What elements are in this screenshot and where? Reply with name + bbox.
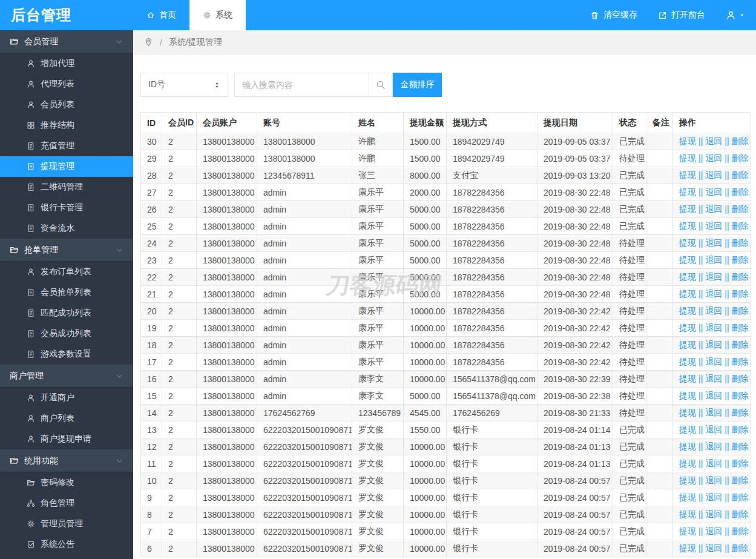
op-return-link[interactable]: 退回 bbox=[705, 391, 722, 400]
amount-sort-button[interactable]: 金额排序 bbox=[393, 73, 442, 97]
op-return-link[interactable]: 退回 bbox=[705, 357, 722, 366]
op-delete-link[interactable]: 删除 bbox=[732, 289, 749, 299]
op-delete-link[interactable]: 删除 bbox=[732, 238, 749, 248]
op-return-link[interactable]: 退回 bbox=[705, 204, 722, 214]
op-delete-link[interactable]: 删除 bbox=[732, 391, 749, 400]
sidebar-item-add-agent[interactable]: 增加代理 bbox=[0, 53, 133, 74]
op-delete-link[interactable]: 删除 bbox=[732, 374, 749, 383]
search-button[interactable] bbox=[369, 73, 393, 97]
op-return-link[interactable]: 退回 bbox=[705, 238, 722, 248]
op-delete-link[interactable]: 删除 bbox=[732, 170, 749, 180]
op-withdraw-link[interactable]: 提现 bbox=[679, 136, 696, 146]
sidebar-item-merchant-list[interactable]: 商户列表 bbox=[0, 408, 133, 429]
op-delete-link[interactable]: 删除 bbox=[732, 458, 749, 468]
op-withdraw-link[interactable]: 提现 bbox=[679, 306, 696, 316]
op-delete-link[interactable]: 删除 bbox=[732, 442, 749, 451]
sidebar-item-role-management[interactable]: 角色管理 bbox=[0, 493, 133, 514]
op-withdraw-link[interactable]: 提现 bbox=[679, 492, 696, 502]
sidebar-item-match-success-list[interactable]: 匹配成功列表 bbox=[0, 303, 133, 323]
op-return-link[interactable]: 退回 bbox=[705, 306, 722, 316]
sidebar-item-change-password[interactable]: 密码修改 bbox=[0, 472, 133, 493]
sidebar-item-qrcode-management[interactable]: 二维码管理 bbox=[0, 177, 133, 197]
op-delete-link[interactable]: 删除 bbox=[732, 187, 749, 197]
op-withdraw-link[interactable]: 提现 bbox=[679, 374, 696, 383]
op-return-link[interactable]: 退回 bbox=[705, 475, 722, 485]
op-return-link[interactable]: 退回 bbox=[705, 255, 722, 265]
sidebar-item-referral-structure[interactable]: 推荐结构 bbox=[0, 115, 133, 136]
op-return-link[interactable]: 退回 bbox=[705, 153, 722, 163]
op-return-link[interactable]: 退回 bbox=[705, 492, 722, 502]
op-return-link[interactable]: 退回 bbox=[705, 170, 722, 180]
op-return-link[interactable]: 退回 bbox=[705, 289, 722, 299]
op-withdraw-link[interactable]: 提现 bbox=[679, 475, 696, 485]
op-delete-link[interactable]: 删除 bbox=[732, 509, 749, 519]
op-delete-link[interactable]: 删除 bbox=[732, 526, 749, 536]
op-return-link[interactable]: 退回 bbox=[705, 408, 722, 417]
sidebar-item-published-order-list[interactable]: 发布订单列表 bbox=[0, 262, 133, 282]
clear-cache-button[interactable]: 清空缓存 bbox=[590, 10, 637, 21]
op-withdraw-link[interactable]: 提现 bbox=[679, 255, 696, 265]
sidebar-item-member-grab-list[interactable]: 会员抢单列表 bbox=[0, 282, 133, 303]
sidebar-item-recharge-management[interactable]: 充值管理 bbox=[0, 136, 133, 156]
sidebar-item-admin-management[interactable]: 管理员管理 bbox=[0, 514, 133, 534]
op-delete-link[interactable]: 删除 bbox=[732, 340, 749, 349]
sidebar-item-member-list[interactable]: 会员列表 bbox=[0, 94, 133, 115]
op-return-link[interactable]: 退回 bbox=[705, 187, 722, 197]
open-frontend-button[interactable]: 打开前台 bbox=[658, 10, 705, 21]
op-withdraw-link[interactable]: 提现 bbox=[679, 543, 696, 553]
op-withdraw-link[interactable]: 提现 bbox=[679, 340, 696, 349]
op-withdraw-link[interactable]: 提现 bbox=[679, 204, 696, 214]
op-return-link[interactable]: 退回 bbox=[705, 526, 722, 536]
op-return-link[interactable]: 退回 bbox=[705, 458, 722, 468]
op-withdraw-link[interactable]: 提现 bbox=[679, 323, 696, 332]
sidebar-item-merchant-withdraw-request[interactable]: 商户提现申请 bbox=[0, 429, 133, 449]
op-return-link[interactable]: 退回 bbox=[705, 442, 722, 451]
sidebar-item-withdraw-management[interactable]: 提现管理 bbox=[0, 156, 133, 177]
sidebar-item-open-merchant[interactable]: 开通商户 bbox=[0, 388, 133, 408]
op-return-link[interactable]: 退回 bbox=[705, 543, 722, 553]
sidebar-section-common-functions[interactable]: 统用功能 bbox=[0, 449, 133, 472]
op-withdraw-link[interactable]: 提现 bbox=[679, 170, 696, 180]
search-field-select[interactable]: ID号 bbox=[140, 73, 228, 97]
sidebar-section-member-management[interactable]: 会员管理 bbox=[0, 30, 133, 53]
op-withdraw-link[interactable]: 提现 bbox=[679, 408, 696, 417]
op-delete-link[interactable]: 删除 bbox=[732, 408, 749, 417]
op-withdraw-link[interactable]: 提现 bbox=[679, 509, 696, 519]
sidebar-item-trade-success-list[interactable]: 交易成功列表 bbox=[0, 323, 133, 344]
op-delete-link[interactable]: 删除 bbox=[732, 136, 749, 146]
sidebar-item-bankcard-management[interactable]: 银行卡管理 bbox=[0, 197, 133, 218]
op-withdraw-link[interactable]: 提现 bbox=[679, 458, 696, 468]
op-return-link[interactable]: 退回 bbox=[705, 374, 722, 383]
op-withdraw-link[interactable]: 提现 bbox=[679, 289, 696, 299]
op-withdraw-link[interactable]: 提现 bbox=[679, 238, 696, 248]
op-delete-link[interactable]: 删除 bbox=[732, 204, 749, 214]
op-delete-link[interactable]: 删除 bbox=[732, 153, 749, 163]
op-delete-link[interactable]: 删除 bbox=[732, 255, 749, 265]
tab-home[interactable]: 首页 bbox=[133, 0, 189, 30]
op-return-link[interactable]: 退回 bbox=[705, 340, 722, 349]
op-withdraw-link[interactable]: 提现 bbox=[679, 153, 696, 163]
op-withdraw-link[interactable]: 提现 bbox=[679, 391, 696, 400]
op-return-link[interactable]: 退回 bbox=[705, 272, 722, 282]
op-withdraw-link[interactable]: 提现 bbox=[679, 357, 696, 366]
op-delete-link[interactable]: 删除 bbox=[732, 272, 749, 282]
op-withdraw-link[interactable]: 提现 bbox=[679, 221, 696, 231]
op-delete-link[interactable]: 删除 bbox=[732, 221, 749, 231]
sidebar-item-agent-list[interactable]: 代理列表 bbox=[0, 74, 133, 94]
op-delete-link[interactable]: 删除 bbox=[732, 323, 749, 332]
user-menu[interactable] bbox=[726, 10, 745, 21]
op-delete-link[interactable]: 删除 bbox=[732, 543, 749, 553]
sidebar-item-game-param-settings[interactable]: 游戏参数设置 bbox=[0, 344, 133, 365]
op-delete-link[interactable]: 删除 bbox=[732, 492, 749, 502]
op-withdraw-link[interactable]: 提现 bbox=[679, 272, 696, 282]
op-delete-link[interactable]: 删除 bbox=[732, 425, 749, 434]
op-withdraw-link[interactable]: 提现 bbox=[679, 187, 696, 197]
search-input[interactable] bbox=[234, 73, 369, 97]
op-return-link[interactable]: 退回 bbox=[705, 425, 722, 434]
tab-system[interactable]: 系统 bbox=[189, 0, 246, 30]
op-withdraw-link[interactable]: 提现 bbox=[679, 425, 696, 434]
sidebar-item-fund-flow[interactable]: 资金流水 bbox=[0, 218, 133, 239]
op-return-link[interactable]: 退回 bbox=[705, 221, 722, 231]
op-withdraw-link[interactable]: 提现 bbox=[679, 442, 696, 451]
op-delete-link[interactable]: 删除 bbox=[732, 357, 749, 366]
